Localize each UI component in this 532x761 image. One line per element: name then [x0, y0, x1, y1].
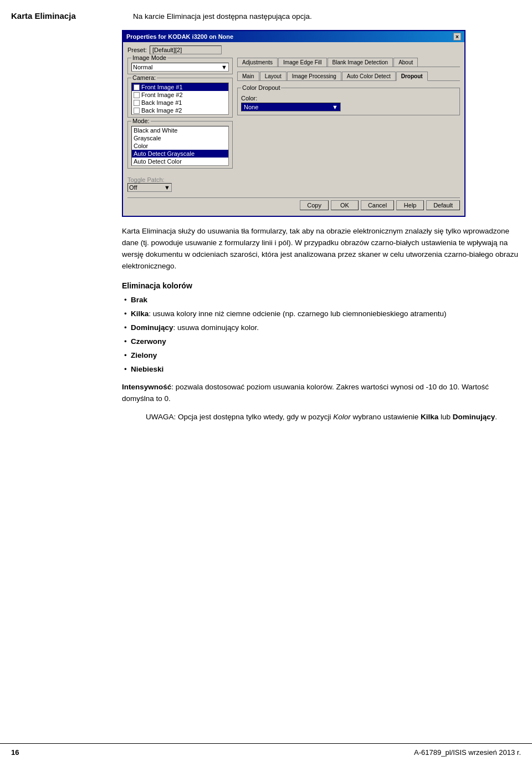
image-mode-select[interactable]: Normal ▼	[131, 63, 229, 72]
page-footer: 16 A-61789_pl/ISIS wrzesień 2013 r.	[0, 743, 532, 761]
checkbox-icon[interactable]	[134, 100, 140, 106]
intro-text: Na karcie Eliminacja jest dostępna nastę…	[133, 12, 312, 21]
dialog-footer: Copy OK Cancel Help Default	[127, 197, 460, 212]
image-mode-title: Image Mode	[131, 54, 167, 61]
image-mode-dropdown-icon: ▼	[221, 64, 227, 70]
color-dropout-value: None	[244, 104, 258, 110]
dialog-right-panel: Adjustments Image Edge Fill Blank Image …	[237, 58, 460, 192]
tab-about[interactable]: About	[393, 58, 418, 67]
mode-title: Mode:	[131, 118, 151, 124]
cancel-button[interactable]: Cancel	[361, 200, 394, 210]
tab-adjustments[interactable]: Adjustments	[237, 58, 278, 67]
toggle-patch-value: Off	[129, 184, 137, 191]
dialog-wrapper: Properties for KODAK i3200 on None × Pre…	[0, 22, 532, 217]
bullet-list: Brak Kilka: usuwa kolory inne niż ciemne…	[122, 295, 521, 376]
color-dropdown-icon: ▼	[332, 104, 338, 110]
tab-auto-color-detect[interactable]: Auto Color Detect	[342, 72, 396, 80]
intensity-bold: Intensywność	[122, 383, 171, 391]
tabs-row-1: Adjustments Image Edge Fill Blank Image …	[237, 58, 460, 67]
camera-item-label: Front Image #1	[141, 84, 183, 90]
camera-item-label: Back Image #2	[141, 107, 182, 114]
intensity-paragraph: Intensywność: pozwala dostosować poziom …	[122, 382, 521, 405]
image-mode-value: Normal	[133, 64, 152, 70]
uwaga-paragraph: UWAGA: Opcja jest dostępna tylko wtedy, …	[122, 412, 521, 423]
dialog-window: Properties for KODAK i3200 on None × Pre…	[122, 30, 466, 217]
tab-layout[interactable]: Layout	[260, 72, 287, 80]
camera-list: ✓ Front Image #1 Front Image #2	[131, 83, 229, 115]
list-item: Czerwony	[122, 336, 521, 348]
list-item: Dominujący: usuwa dominujący kolor.	[122, 322, 521, 334]
list-item[interactable]: Auto Detect Color	[132, 158, 228, 165]
list-item[interactable]: Black and White	[132, 126, 228, 134]
color-dropout-title: Color Dropout	[241, 84, 281, 91]
checkbox-icon[interactable]	[134, 108, 140, 114]
preset-label: Preset:	[127, 47, 150, 53]
dialog-titlebar: Properties for KODAK i3200 on None ×	[123, 31, 464, 42]
bullet-bold: Zielony	[131, 351, 157, 359]
bullet-bold: Kilka	[131, 310, 149, 318]
list-item: Kilka: usuwa kolory inne niż ciemne odci…	[122, 308, 521, 320]
dialog-body: Preset: [Default][2] Image Mode Normal	[123, 42, 464, 216]
page-number: 16	[11, 748, 19, 757]
close-icon[interactable]: ×	[453, 33, 461, 40]
ok-button[interactable]: OK	[331, 200, 359, 210]
copy-button[interactable]: Copy	[300, 200, 329, 210]
toggle-patch-select[interactable]: Off ▼	[127, 183, 172, 192]
image-mode-group: Image Mode Normal ▼	[127, 58, 233, 74]
checkbox-icon[interactable]: ✓	[134, 84, 140, 90]
color-dropout-select[interactable]: None ▼	[241, 103, 341, 111]
tab-blank-image-detection[interactable]: Blank Image Detection	[328, 58, 393, 67]
mode-list: Black and White Grayscale Color Auto Det…	[131, 126, 229, 166]
list-item[interactable]: Auto Detect Grayscale	[132, 150, 228, 158]
bullet-bold: Niebieski	[131, 365, 163, 373]
checkbox-icon[interactable]	[134, 92, 140, 98]
toggle-dropdown-icon: ▼	[164, 184, 170, 191]
camera-item-label: Back Image #1	[141, 99, 182, 106]
list-item: Zielony	[122, 350, 521, 362]
tab-image-edge-fill[interactable]: Image Edge Fill	[278, 58, 326, 67]
doc-info: A-61789_pl/ISIS wrzesień 2013 r.	[414, 748, 521, 757]
uwaga-bold2: Dominujący	[453, 413, 495, 421]
preset-value: [Default][2]	[150, 45, 222, 54]
dialog-title: Properties for KODAK i3200 on None	[126, 33, 233, 40]
spacer	[0, 423, 532, 743]
body-content: Karta Eliminacja służy do usuwania tła f…	[0, 217, 532, 423]
uwaga-bold1: Kilka	[421, 413, 438, 421]
list-item[interactable]: ✓ Front Image #1	[132, 83, 228, 91]
subsection-title: Eliminacja kolorów	[122, 281, 521, 290]
bullet-bold: Czerwony	[131, 337, 166, 346]
list-item: Brak	[122, 295, 521, 306]
mode-group: Mode: Black and White Grayscale Color Au…	[127, 121, 233, 169]
list-item[interactable]: Front Image #2	[132, 91, 228, 99]
section-heading-left: Karta Eliminacja	[11, 11, 133, 22]
camera-title: Camera:	[131, 74, 157, 81]
bullet-bold: Dominujący	[131, 323, 173, 332]
default-button[interactable]: Default	[426, 200, 460, 210]
list-item[interactable]: Back Image #1	[132, 99, 228, 106]
tab-dropout[interactable]: Dropout	[396, 72, 428, 81]
bullet-text: : usuwa dominujący kolor.	[173, 323, 259, 332]
top-section: Karta Eliminacja Na karcie Eliminacja je…	[0, 0, 532, 22]
camera-item-label: Front Image #2	[141, 92, 183, 98]
color-dropout-group: Color Dropout Color: None ▼	[237, 88, 460, 115]
section-heading-right: Na karcie Eliminacja jest dostępna nastę…	[133, 11, 521, 22]
dialog-left-panel: Image Mode Normal ▼ Camera:	[127, 58, 233, 192]
tab-image-processing[interactable]: Image Processing	[287, 72, 341, 80]
camera-group: Camera: ✓ Front Image #1 Front	[127, 78, 233, 118]
toggle-patch-row: Toggle Patch: Off ▼	[127, 174, 233, 192]
tabs-row-2: Main Layout Image Processing Auto Color …	[237, 72, 460, 81]
preset-row: Preset: [Default][2]	[127, 45, 460, 54]
list-item[interactable]: Back Image #2	[132, 106, 228, 114]
page: Karta Eliminacja Na karcie Eliminacja je…	[0, 0, 532, 761]
section-title: Karta Eliminacja	[11, 11, 76, 21]
bullet-text: : usuwa kolory inne niż ciemne odcienie …	[149, 310, 446, 318]
list-item[interactable]: Color	[132, 142, 228, 150]
bullet-bold: Brak	[131, 296, 147, 304]
list-item: Niebieski	[122, 364, 521, 376]
dialog-main: Image Mode Normal ▼ Camera:	[127, 58, 460, 192]
help-button[interactable]: Help	[396, 200, 424, 210]
toggle-patch-label: Toggle Patch:	[127, 176, 165, 183]
paragraph-1: Karta Eliminacja służy do usuwania tła f…	[122, 226, 521, 272]
list-item[interactable]: Grayscale	[132, 134, 228, 142]
tab-main[interactable]: Main	[237, 72, 259, 80]
